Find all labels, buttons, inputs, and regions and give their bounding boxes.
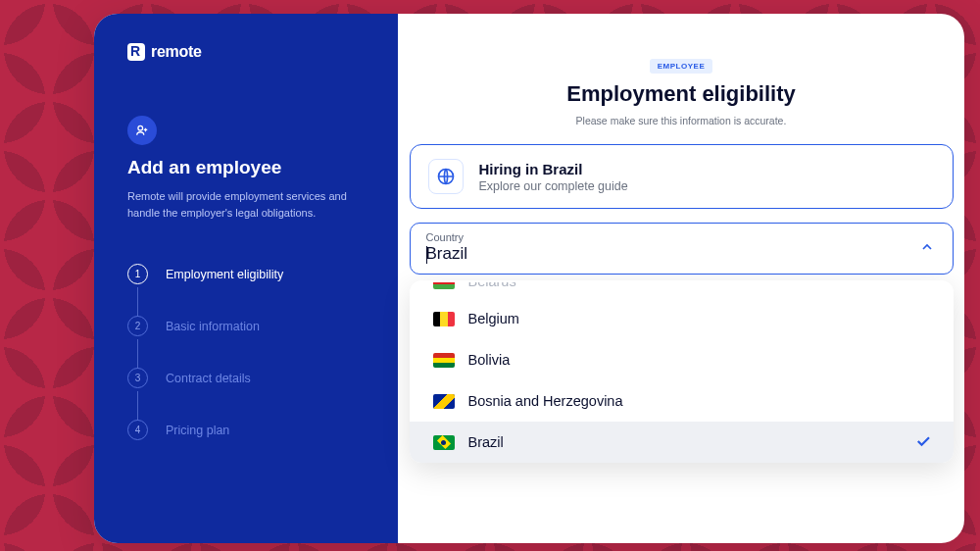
country-select[interactable]: Country Brazil: [410, 223, 954, 275]
steps-list: 1 Employment eligibility 2 Basic informa…: [127, 264, 365, 440]
option-label: Bolivia: [468, 352, 511, 368]
guide-text: Hiring in Brazil Explore our complete gu…: [479, 161, 628, 193]
logo-icon: [127, 43, 145, 61]
country-option-belgium[interactable]: Belgium: [410, 298, 954, 339]
globe-icon: [428, 159, 464, 194]
hiring-guide-card[interactable]: Hiring in Brazil Explore our complete gu…: [410, 144, 954, 209]
page-title: Employment eligibility: [398, 81, 964, 107]
guide-subtitle: Explore our complete guide: [479, 179, 628, 193]
step-employment-eligibility[interactable]: 1 Employment eligibility: [127, 264, 365, 284]
sidebar-description: Remote will provide employment services …: [127, 188, 365, 221]
step-label: Contract details: [166, 372, 251, 385]
country-label: Country: [426, 231, 937, 243]
sidebar-title: Add an employee: [127, 157, 365, 178]
option-label: Bosnia and Herzegovina: [468, 393, 623, 409]
employee-badge: EMPLOYEE: [650, 59, 712, 74]
logo[interactable]: remote: [127, 43, 365, 61]
country-option-bosnia[interactable]: Bosnia and Herzegovina: [410, 380, 954, 422]
step-number: 4: [127, 420, 148, 440]
country-dropdown: Belarus Belgium Bolivia Bosnia and Herze…: [410, 280, 954, 463]
step-basic-information[interactable]: 2 Basic information: [127, 316, 365, 336]
flag-icon: [433, 435, 455, 450]
page-subtitle: Please make sure this information is acc…: [398, 115, 964, 126]
flag-icon: [433, 282, 455, 289]
step-pricing-plan[interactable]: 4 Pricing plan: [127, 420, 365, 440]
sidebar: remote Add an employee Remote will provi…: [94, 14, 398, 543]
logo-text: remote: [151, 43, 202, 61]
chevron-up-icon: [919, 239, 935, 259]
add-employee-icon: [127, 116, 157, 145]
main-content: EMPLOYEE Employment eligibility Please m…: [398, 14, 964, 543]
option-label: Brazil: [468, 434, 504, 450]
step-label: Pricing plan: [166, 424, 229, 437]
flag-icon: [433, 353, 455, 368]
option-label: Belarus: [468, 282, 516, 289]
country-option-brazil[interactable]: Brazil: [410, 422, 954, 463]
option-label: Belgium: [468, 311, 519, 326]
step-number: 1: [127, 264, 148, 284]
step-label: Employment eligibility: [166, 268, 283, 281]
guide-title: Hiring in Brazil: [479, 161, 628, 177]
country-option-bolivia[interactable]: Bolivia: [410, 339, 954, 380]
step-label: Basic information: [166, 320, 260, 333]
step-number: 2: [127, 316, 148, 336]
check-icon: [914, 432, 932, 453]
country-option-belarus[interactable]: Belarus: [410, 282, 954, 298]
svg-point-0: [138, 125, 143, 130]
step-contract-details[interactable]: 3 Contract details: [127, 368, 365, 388]
app-window: remote Add an employee Remote will provi…: [94, 14, 964, 543]
step-number: 3: [127, 368, 148, 388]
flag-icon: [433, 394, 455, 409]
country-input-value: Brazil: [426, 244, 937, 264]
flag-icon: [433, 312, 455, 326]
